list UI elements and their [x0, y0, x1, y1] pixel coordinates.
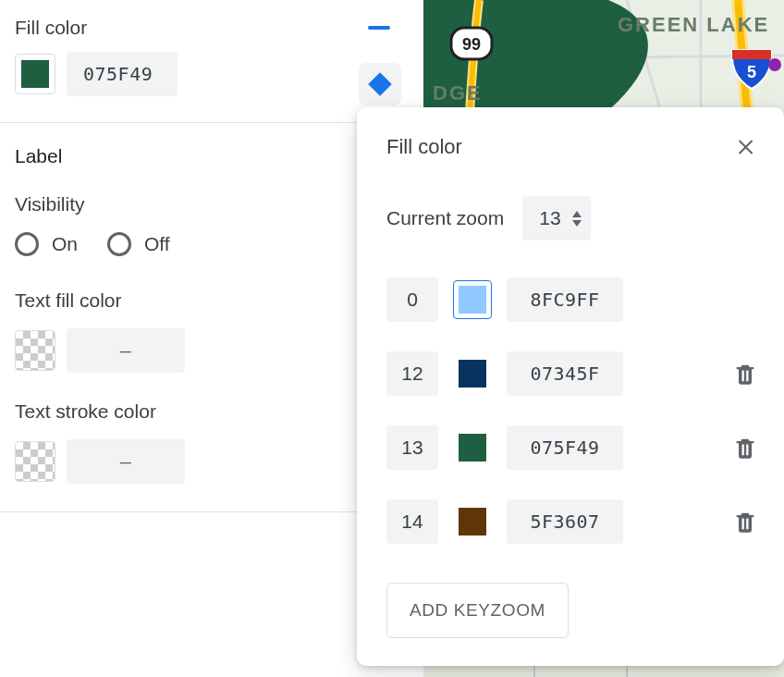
shield-sr99: 99 — [451, 28, 492, 59]
text-stroke-color-swatch[interactable] — [15, 441, 55, 482]
keyzoom-zoom-value[interactable]: 12 — [386, 351, 438, 396]
visibility-off-label: Off — [144, 233, 170, 255]
map-label-dge: DGE — [433, 81, 483, 105]
svg-text:5: 5 — [747, 63, 756, 81]
keyzoom-color-swatch[interactable] — [453, 354, 492, 393]
current-zoom-stepper[interactable]: 13 — [522, 196, 590, 240]
add-keyzoom-button[interactable]: ADD KEYZOOM — [386, 583, 569, 638]
text-fill-color-label: Text fill color — [15, 289, 399, 312]
trash-icon[interactable] — [732, 361, 758, 387]
current-zoom-label: Current zoom — [386, 207, 504, 229]
map-label-green-lake: GREEN LAKE — [618, 13, 769, 36]
label-header: Label — [15, 145, 399, 167]
visibility-radio-group: On Off — [15, 232, 399, 256]
keyzoom-hex-input[interactable]: 07345F — [507, 351, 623, 396]
keyzoom-row: 08FC9FF — [386, 277, 758, 322]
text-stroke-color-label: Text stroke color — [15, 400, 399, 423]
fill-color-header: Fill color — [15, 17, 87, 39]
keyzoom-color-swatch[interactable] — [453, 502, 492, 541]
svg-text:99: 99 — [462, 35, 481, 54]
keyzoom-hex-input[interactable]: 075F49 — [507, 425, 623, 470]
keyzoom-row: 145F3607 — [386, 499, 758, 544]
fill-color-hex-input[interactable]: 075F49 — [67, 52, 178, 96]
fill-color-popup: Fill color Current zoom 13 08FC9FF120734… — [357, 107, 784, 666]
keyzoom-zoom-value[interactable]: 13 — [386, 425, 438, 470]
stepper-arrows-icon — [570, 209, 583, 228]
style-sidebar: Fill color 075F49 Label Visibility On Of… — [0, 0, 414, 677]
keyzoom-hex-input[interactable]: 5F3607 — [507, 499, 623, 544]
svg-rect-7 — [732, 50, 771, 59]
popup-title: Fill color — [386, 135, 462, 159]
collapse-section-icon[interactable] — [368, 26, 390, 30]
visibility-on-label: On — [52, 233, 78, 255]
close-icon[interactable] — [736, 136, 758, 158]
keyzoom-row: 1207345F — [386, 351, 758, 396]
radio-icon — [15, 232, 39, 256]
current-zoom-value: 13 — [539, 207, 560, 229]
keyzoom-row: 13075F49 — [386, 425, 758, 470]
keyzoom-toggle-button[interactable] — [359, 63, 401, 105]
keyzoom-zoom-value[interactable]: 14 — [386, 499, 438, 544]
text-fill-color-input[interactable]: – — [67, 328, 185, 373]
keyzoom-zoom-value[interactable]: 0 — [386, 277, 438, 322]
text-fill-color-swatch[interactable] — [15, 330, 55, 371]
fill-color-swatch[interactable] — [15, 54, 55, 94]
keyzoom-hex-input[interactable]: 8FC9FF — [507, 277, 623, 322]
trash-icon[interactable] — [732, 509, 758, 535]
visibility-off-radio[interactable]: Off — [107, 232, 170, 256]
diamond-icon — [368, 72, 391, 95]
visibility-label: Visibility — [15, 193, 399, 215]
keyzoom-color-swatch[interactable] — [453, 428, 492, 467]
svg-point-9 — [768, 58, 781, 71]
visibility-on-radio[interactable]: On — [15, 232, 78, 256]
radio-icon — [107, 232, 131, 256]
text-stroke-color-input[interactable]: – — [67, 439, 185, 484]
trash-icon[interactable] — [732, 435, 758, 461]
keyzoom-color-swatch[interactable] — [453, 280, 492, 319]
